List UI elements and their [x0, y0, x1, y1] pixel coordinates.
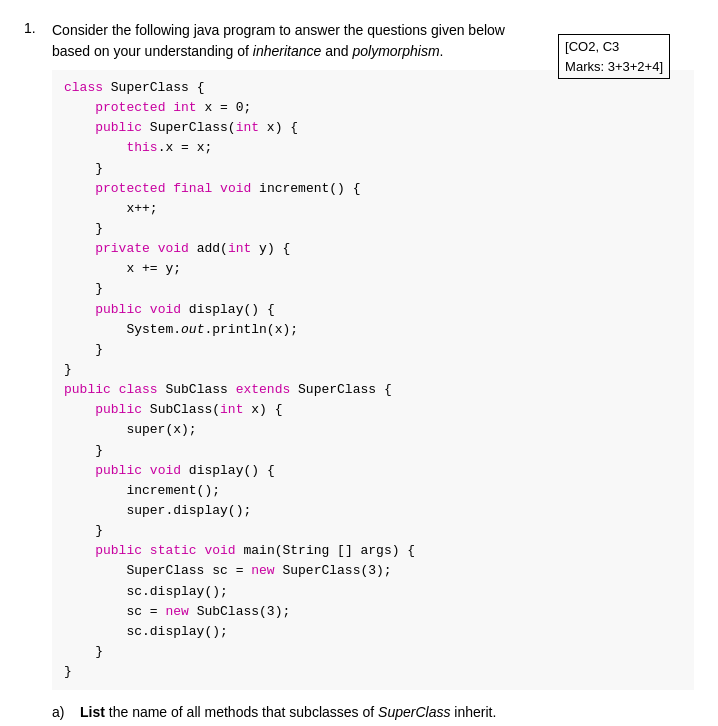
question-body: Consider the following java program to a… — [52, 20, 694, 726]
intro-italic2: polymorphism — [352, 43, 439, 59]
intro-end: . — [440, 43, 444, 59]
sub-question-a: a) List the name of all methods that sub… — [52, 702, 694, 723]
intro-italic1: inheritance — [253, 43, 322, 59]
italic-a: SuperClass — [378, 704, 450, 720]
marks-line2: Marks: 3+3+2+4] — [565, 59, 663, 74]
intro-mid: and — [321, 43, 352, 59]
question-text: Consider the following java program to a… — [52, 20, 505, 62]
intro-line1: Consider the following java program to a… — [52, 22, 505, 38]
sub-questions: a) List the name of all methods that sub… — [52, 702, 694, 726]
header-row: Consider the following java program to a… — [52, 20, 694, 70]
sub-content-a: List the name of all methods that subcla… — [80, 702, 694, 723]
bold-a: List — [80, 704, 105, 720]
marks-box: [CO2, C3 Marks: 3+3+2+4] — [558, 34, 670, 79]
question-container: 1. Consider the following java program t… — [24, 20, 694, 726]
marks-line1: [CO2, C3 — [565, 39, 619, 54]
question-number: 1. — [24, 20, 44, 726]
sub-label-a: a) — [52, 702, 74, 723]
code-block: class SuperClass { protected int x = 0; … — [52, 70, 694, 690]
intro-line2: based on your understanding of — [52, 43, 253, 59]
